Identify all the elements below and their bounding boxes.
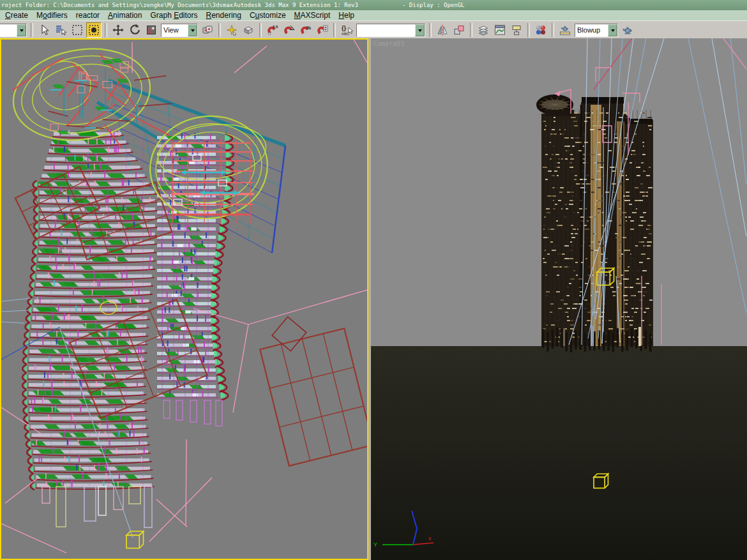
magnet-angle-icon bbox=[283, 24, 296, 36]
menu-bar: CreateModifiersreactorAnimationGraph Edi… bbox=[0, 10, 747, 20]
viewport-area: Yx Camera03 bbox=[0, 38, 747, 560]
align-button[interactable] bbox=[451, 22, 467, 38]
manipulate-star-icon bbox=[225, 24, 238, 36]
layers-icon bbox=[477, 24, 490, 36]
toolbar-separator bbox=[429, 23, 432, 37]
rectangular-selection-region-button[interactable] bbox=[70, 22, 85, 38]
select-arrow-icon bbox=[38, 24, 50, 36]
material-editor-button[interactable] bbox=[533, 22, 548, 38]
layer-manager-button[interactable] bbox=[476, 22, 491, 38]
toolbar-separator bbox=[552, 23, 554, 37]
toolbar-separator bbox=[105, 23, 107, 37]
select-by-name-button[interactable] bbox=[53, 22, 68, 38]
magnet-25-icon: 2.5 bbox=[266, 24, 279, 36]
pivot-center-icon bbox=[201, 24, 214, 36]
toolbar-separator bbox=[333, 23, 336, 37]
menu-item-reactor[interactable]: reactor bbox=[76, 11, 100, 20]
svg-text:%: % bbox=[306, 25, 311, 31]
angle-snap-toggle-button[interactable] bbox=[282, 22, 297, 38]
viewport-label: Camera03 bbox=[374, 40, 404, 47]
edit-named-selection-sets-button[interactable]: {}ABC bbox=[339, 22, 354, 38]
select-and-move-button[interactable] bbox=[110, 22, 126, 38]
named-selection-dropdown[interactable] bbox=[356, 24, 425, 37]
select-and-rotate-button[interactable] bbox=[127, 22, 142, 38]
toolbar-separator bbox=[527, 23, 530, 37]
rendered-towers bbox=[539, 97, 653, 352]
percent-snap-toggle-button[interactable]: % bbox=[298, 22, 313, 38]
viewport-right-camera[interactable]: Yx Camera03 bbox=[371, 38, 747, 560]
svg-text:{}: {} bbox=[342, 25, 347, 31]
keyboard-shortcut-override-button[interactable] bbox=[241, 22, 256, 38]
3dsmax-window: roject Folder: C:\Documents and Settings… bbox=[0, 0, 747, 560]
axis-y-label: Y bbox=[374, 541, 377, 548]
select-and-scale-button[interactable] bbox=[144, 22, 159, 38]
toolbar-separator bbox=[31, 23, 33, 37]
magnet-spinner-icon bbox=[316, 24, 329, 36]
dashed-rect-icon bbox=[71, 24, 84, 36]
select-by-name-icon bbox=[54, 24, 67, 36]
rotate-arrow-icon bbox=[128, 24, 141, 36]
toolbar-separator bbox=[470, 23, 472, 37]
menu-item-rendering[interactable]: Rendering bbox=[206, 11, 241, 20]
title-bar[interactable]: roject Folder: C:\Documents and Settings… bbox=[0, 0, 747, 10]
chevron-down-icon[interactable] bbox=[415, 24, 425, 36]
menu-item-animation[interactable]: Animation bbox=[108, 11, 142, 20]
render-type-value: Blowup bbox=[575, 26, 608, 34]
render-scene-teapot-icon bbox=[559, 24, 571, 36]
toolbar-separator bbox=[218, 23, 221, 37]
use-pivot-point-center-button[interactable] bbox=[200, 22, 215, 38]
schematic-view-button[interactable] bbox=[509, 22, 524, 38]
schematic-view-icon bbox=[510, 24, 523, 36]
menu-item-create[interactable]: Create bbox=[5, 11, 28, 20]
main-toolbar: View 2.5 % {}ABC Blowup bbox=[0, 20, 747, 40]
material-spheres-icon bbox=[534, 24, 547, 36]
select-and-manipulate-button[interactable] bbox=[224, 22, 239, 38]
select-object-button[interactable] bbox=[36, 22, 52, 38]
quick-render-teapot-icon bbox=[621, 24, 634, 36]
chevron-down-icon[interactable] bbox=[17, 24, 26, 36]
camera-scene: Yx bbox=[371, 38, 747, 560]
curve-editor-button[interactable] bbox=[492, 22, 508, 38]
mirror-button[interactable] bbox=[435, 22, 450, 38]
svg-text:2.5: 2.5 bbox=[273, 25, 278, 29]
wireframe-scene bbox=[1, 40, 367, 559]
viewport-left-user[interactable] bbox=[0, 38, 368, 560]
magnet-percent-icon: % bbox=[299, 24, 312, 36]
selection-filter-dropdown[interactable] bbox=[0, 24, 27, 37]
reference-coordinate-value: View bbox=[162, 26, 188, 34]
title-project-path: roject Folder: C:\Documents and Settings… bbox=[1, 0, 233, 10]
menu-item-graph-editors[interactable]: Graph Editors bbox=[150, 11, 197, 20]
render-type-dropdown[interactable]: Blowup bbox=[575, 24, 618, 37]
scale-square-icon bbox=[145, 24, 158, 36]
title-app-name: - Autodesk 3ds Max 9 Extension 1: Rev3 bbox=[227, 0, 358, 10]
toolbar-separator bbox=[259, 23, 262, 37]
render-scene-dialog-button[interactable] bbox=[557, 22, 573, 38]
curve-editor-icon bbox=[494, 24, 506, 36]
keyboard-box-icon bbox=[242, 24, 255, 36]
ground-plane bbox=[371, 346, 747, 560]
title-display-driver: - Display : OpenGL bbox=[402, 0, 465, 10]
move-cross-icon bbox=[112, 24, 124, 36]
chevron-down-icon[interactable] bbox=[608, 24, 617, 36]
menu-item-modifiers[interactable]: Modifiers bbox=[36, 11, 68, 20]
named-sets-icon: {}ABC bbox=[340, 24, 353, 36]
menu-item-help[interactable]: Help bbox=[338, 11, 354, 20]
align-icon bbox=[453, 24, 465, 36]
window-crossing-toggle-button[interactable] bbox=[86, 22, 102, 38]
menu-item-maxscript[interactable]: MAXScript bbox=[294, 11, 331, 20]
axis-x-label: x bbox=[428, 535, 432, 541]
chevron-down-icon[interactable] bbox=[188, 24, 197, 36]
spinner-snap-toggle-button[interactable] bbox=[315, 22, 330, 38]
dashed-rect-dot-icon bbox=[87, 24, 100, 36]
reference-coordinate-dropdown[interactable]: View bbox=[161, 24, 198, 37]
mirror-icon bbox=[436, 24, 449, 36]
menu-item-customize[interactable]: Customize bbox=[250, 11, 286, 20]
quick-render-button[interactable] bbox=[620, 22, 635, 38]
snaps-toggle-button[interactable]: 2.5 bbox=[265, 22, 280, 38]
